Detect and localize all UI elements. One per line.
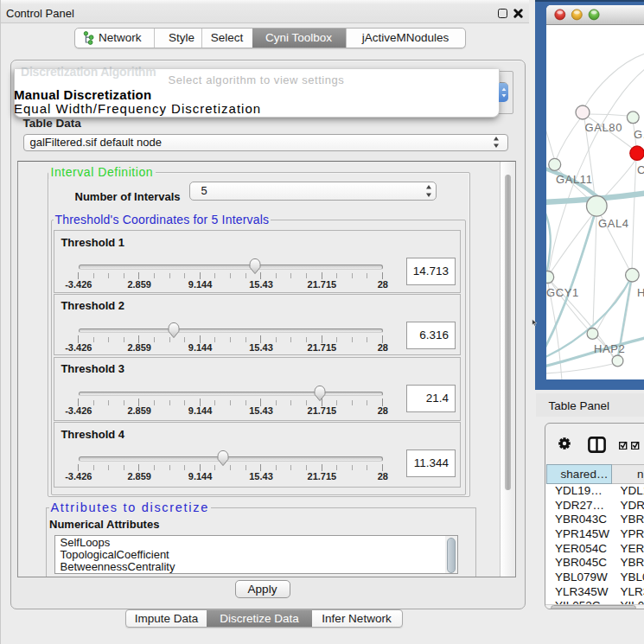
svg-text:GAL80: GAL80 [584, 121, 622, 134]
svg-text:HAP2: HAP2 [594, 342, 625, 355]
svg-text:GCY1: GCY1 [546, 286, 579, 299]
svg-text:H: H [637, 286, 644, 299]
svg-text:GAL11: GAL11 [556, 173, 593, 186]
svg-text:GAL4: GAL4 [598, 217, 629, 230]
svg-text:C: C [637, 163, 644, 176]
svg-text:G.: G. [634, 128, 644, 141]
